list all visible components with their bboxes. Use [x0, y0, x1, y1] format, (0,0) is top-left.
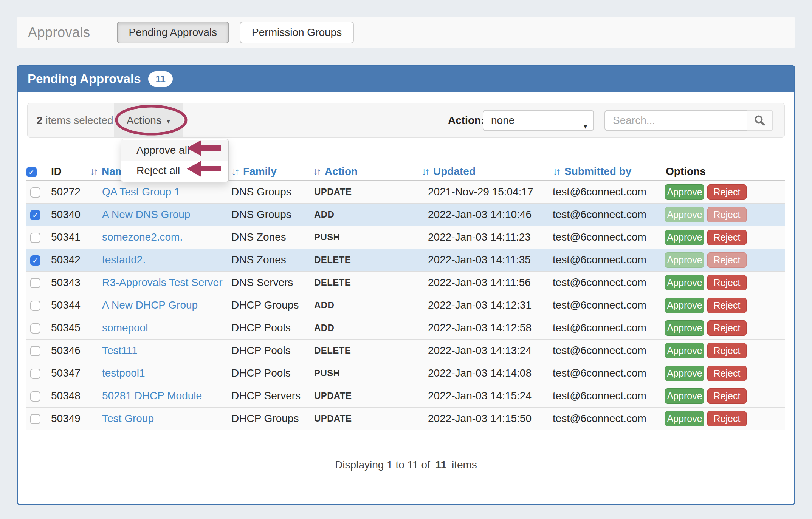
- column-header-action[interactable]: ↓↑Action: [312, 162, 420, 181]
- action-cell: ADD: [312, 294, 420, 317]
- row-checkbox[interactable]: ✓: [30, 210, 40, 220]
- name-link[interactable]: Test Group: [102, 412, 154, 424]
- tab-permission-groups[interactable]: Permission Groups: [240, 22, 354, 43]
- reject-button[interactable]: Reject: [707, 343, 747, 358]
- table-row: 50344A New DHCP GroupDHCP GroupsADD2022-…: [26, 294, 785, 317]
- selection-label: items selected.: [46, 114, 116, 127]
- name-link[interactable]: A New DHCP Group: [102, 299, 198, 311]
- row-checkbox[interactable]: [30, 233, 40, 243]
- approve-button[interactable]: Approve: [665, 230, 704, 245]
- sort-icon: ↓↑: [313, 166, 319, 177]
- menu-item-approve-all[interactable]: Approve all: [121, 140, 228, 161]
- reject-button[interactable]: Reject: [707, 411, 747, 426]
- column-header-opt: Options: [663, 162, 785, 181]
- name-link[interactable]: 50281 DHCP Module: [102, 390, 202, 402]
- table-row: 50346Test111DHCP PoolsDELETE2022-Jan-03 …: [26, 339, 785, 362]
- submitted-by-cell: test@6connect.com: [551, 294, 663, 317]
- family-cell: DHCP Pools: [229, 317, 312, 339]
- approve-button[interactable]: Approve: [665, 388, 704, 404]
- id-cell: 50344: [45, 294, 89, 317]
- row-checkbox[interactable]: [30, 391, 40, 402]
- reject-button[interactable]: Reject: [707, 320, 747, 336]
- id-cell: 50272: [45, 181, 89, 203]
- name-link[interactable]: somepool: [102, 322, 148, 334]
- tab-bar: Pending Approvals Permission Groups: [117, 22, 354, 43]
- approve-button[interactable]: Approve: [665, 298, 704, 313]
- updated-cell: 2021-Nov-29 15:04:17: [420, 181, 551, 203]
- row-checkbox[interactable]: [30, 301, 40, 311]
- reject-button[interactable]: Reject: [707, 366, 747, 381]
- approve-button[interactable]: Approve: [665, 275, 704, 290]
- row-checkbox[interactable]: [30, 346, 40, 356]
- reject-button[interactable]: Reject: [707, 184, 747, 200]
- row-checkbox[interactable]: [30, 187, 40, 198]
- reject-button[interactable]: Reject: [707, 388, 747, 404]
- select-all-header: ✓: [26, 162, 45, 181]
- approve-button[interactable]: Approve: [665, 252, 704, 268]
- panel-title: Pending Approvals: [28, 72, 141, 86]
- column-header-updated[interactable]: ↓↑Updated: [420, 162, 551, 181]
- row-checkbox[interactable]: ✓: [30, 255, 40, 266]
- approve-button[interactable]: Approve: [665, 411, 704, 426]
- menu-item-reject-all[interactable]: Reject all: [121, 161, 228, 181]
- search-button[interactable]: [747, 110, 773, 131]
- name-link[interactable]: testadd2.: [102, 254, 146, 266]
- check-icon: ✓: [32, 211, 39, 219]
- family-cell: DNS Zones: [229, 249, 312, 271]
- sort-icon: ↓↑: [553, 166, 559, 177]
- reject-button[interactable]: Reject: [707, 298, 747, 313]
- pagination-prefix: Displaying 1 to 11 of: [335, 459, 430, 471]
- id-cell: 50340: [45, 203, 89, 226]
- action-select-value: none: [491, 114, 514, 126]
- action-select[interactable]: none ▾: [483, 110, 594, 131]
- action-select-label: Action:: [448, 110, 484, 131]
- approve-button[interactable]: Approve: [665, 320, 704, 336]
- id-cell: 50347: [45, 362, 89, 385]
- search-icon: [754, 114, 766, 127]
- search-input[interactable]: [604, 110, 747, 131]
- reject-button[interactable]: Reject: [707, 252, 747, 268]
- column-label: ID: [51, 165, 62, 177]
- reject-button[interactable]: Reject: [707, 230, 747, 245]
- name-link[interactable]: Test111: [102, 344, 138, 356]
- reject-button[interactable]: Reject: [707, 207, 747, 222]
- name-link[interactable]: A New DNS Group: [102, 209, 190, 220]
- id-cell: 50345: [45, 317, 89, 339]
- approvals-table-wrap: ✓ ID↓↑Name↓↑Family↓↑Action↓↑Updated↓↑Sub…: [26, 162, 785, 430]
- id-cell: 50341: [45, 226, 89, 249]
- approve-button[interactable]: Approve: [665, 343, 704, 358]
- submitted-by-cell: test@6connect.com: [551, 271, 663, 294]
- reject-button[interactable]: Reject: [707, 275, 747, 290]
- check-icon: ✓: [32, 256, 39, 264]
- column-header-family[interactable]: ↓↑Family: [229, 162, 312, 181]
- family-cell: DHCP Groups: [229, 294, 312, 317]
- id-cell: 50349: [45, 407, 89, 430]
- tab-pending-approvals[interactable]: Pending Approvals: [117, 22, 229, 43]
- family-cell: DNS Zones: [229, 226, 312, 249]
- action-cell: UPDATE: [312, 385, 420, 407]
- row-checkbox[interactable]: [30, 414, 40, 424]
- action-cell: DELETE: [312, 271, 420, 294]
- select-all-checkbox[interactable]: ✓: [26, 167, 37, 177]
- actions-button-label: Actions: [127, 114, 161, 127]
- row-checkbox[interactable]: [30, 369, 40, 379]
- updated-cell: 2022-Jan-03 14:10:46: [420, 203, 551, 226]
- name-link[interactable]: R3-Approvals Test Server: [102, 276, 223, 288]
- submitted-by-cell: test@6connect.com: [551, 385, 663, 407]
- row-checkbox[interactable]: [30, 278, 40, 288]
- name-link[interactable]: testpool1: [102, 367, 145, 379]
- row-checkbox[interactable]: [30, 323, 40, 334]
- submitted-by-cell: test@6connect.com: [551, 249, 663, 271]
- column-header-sub[interactable]: ↓↑Submitted by: [551, 162, 663, 181]
- approve-button[interactable]: Approve: [665, 184, 704, 200]
- id-cell: 50342: [45, 249, 89, 271]
- column-label: Action: [325, 165, 358, 177]
- updated-cell: 2022-Jan-03 14:15:24: [420, 385, 551, 407]
- name-link[interactable]: somezone2.com.: [102, 231, 183, 243]
- table-row: ✓50340A New DNS GroupDNS GroupsADD2022-J…: [26, 203, 785, 226]
- name-link[interactable]: QA Test Group 1: [102, 186, 180, 198]
- family-cell: DNS Groups: [229, 181, 312, 203]
- actions-dropdown-button[interactable]: Actions ▾: [114, 103, 183, 137]
- approve-button[interactable]: Approve: [665, 366, 704, 381]
- approve-button[interactable]: Approve: [665, 207, 704, 222]
